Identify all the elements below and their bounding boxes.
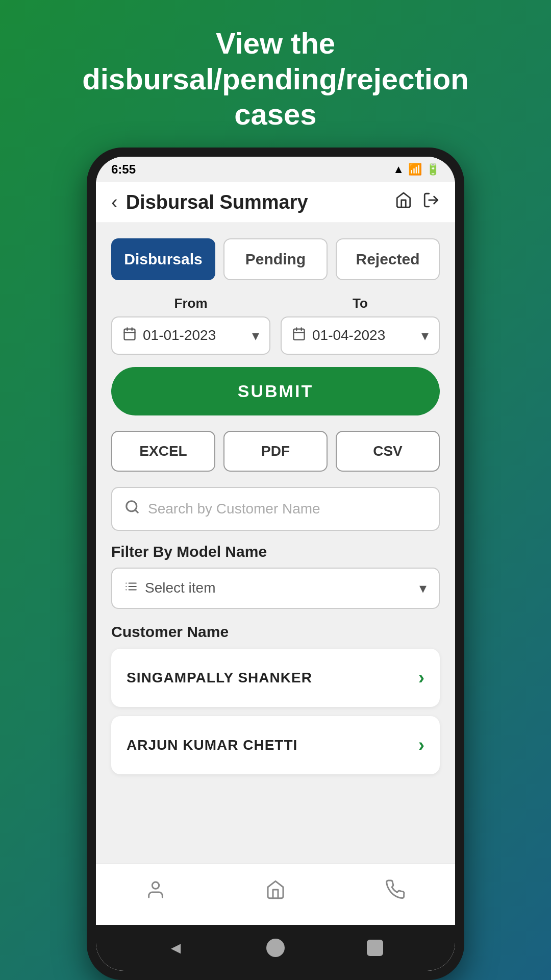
tab-pending[interactable]: Pending — [223, 238, 328, 280]
call-icon — [385, 879, 406, 904]
filter-label: Filter By Model Name — [111, 543, 440, 560]
top-bar: ‹ Disbursal Summary — [96, 182, 455, 223]
date-from-arrow-icon: ▾ — [252, 327, 259, 344]
home-nav-dot[interactable] — [266, 939, 285, 957]
date-from-value: 01-01-2023 — [143, 327, 246, 344]
customer-arrow-icon-0: › — [418, 667, 424, 689]
svg-point-17 — [153, 882, 159, 889]
calendar-to-icon — [292, 327, 306, 345]
tabs-container: Disbursals Pending Rejected — [111, 238, 440, 280]
search-bar[interactable]: Search by Customer Name — [111, 487, 440, 531]
export-row: EXCEL PDF CSV — [111, 431, 440, 472]
pdf-button[interactable]: PDF — [223, 431, 328, 472]
status-time: 6:55 — [111, 162, 136, 177]
status-bar: 6:55 ▲ 📶 🔋 — [96, 157, 455, 182]
date-row: From 01-01-2023 ▾ — [111, 296, 440, 355]
customer-arrow-icon-1: › — [418, 734, 424, 756]
phone-frame: 6:55 ▲ 📶 🔋 ‹ Disbursal Summary — [87, 148, 464, 980]
select-item-placeholder: Select item — [145, 580, 412, 596]
nav-home[interactable] — [250, 874, 301, 910]
list-icon — [124, 580, 138, 597]
customer-card-0[interactable]: SINGAMPALLY SHANKER › — [111, 649, 440, 707]
signal-icon: ▲ — [393, 163, 404, 176]
page-header-title: View the disbursal/pending/rejection cas… — [0, 0, 551, 148]
date-to-picker[interactable]: 01-04-2023 ▾ — [281, 316, 440, 355]
back-nav-icon[interactable]: ◄ — [168, 939, 184, 958]
date-from-picker[interactable]: 01-01-2023 ▾ — [111, 316, 270, 355]
date-to-group: To 01-04-2023 ▾ — [281, 296, 440, 355]
wifi-icon: 📶 — [408, 163, 422, 176]
excel-button[interactable]: EXCEL — [111, 431, 215, 472]
svg-rect-5 — [294, 329, 305, 339]
nav-call[interactable] — [370, 874, 421, 910]
customer-name-1: ARJUN KUMAR CHETTI — [127, 737, 297, 753]
tab-rejected[interactable]: Rejected — [336, 238, 440, 280]
customer-card-1[interactable]: ARJUN KUMAR CHETTI › — [111, 716, 440, 774]
recents-nav-icon[interactable] — [367, 940, 383, 956]
status-icons: ▲ 📶 🔋 — [393, 163, 440, 176]
csv-button[interactable]: CSV — [336, 431, 440, 472]
home-nav-icon — [265, 879, 286, 904]
date-to-value: 01-04-2023 — [312, 327, 415, 344]
date-to-label: To — [281, 296, 440, 311]
logout-icon[interactable] — [422, 191, 440, 213]
top-bar-right — [395, 191, 440, 213]
tab-disbursals[interactable]: Disbursals — [111, 238, 215, 280]
date-to-arrow-icon: ▾ — [421, 327, 429, 344]
home-icon[interactable] — [395, 191, 412, 213]
battery-icon: 🔋 — [426, 163, 440, 176]
section-label: Customer Name — [111, 623, 440, 641]
bottom-nav — [96, 864, 455, 925]
search-icon — [124, 499, 140, 519]
content-area: Disbursals Pending Rejected From — [96, 223, 455, 864]
date-from-label: From — [111, 296, 270, 311]
svg-line-10 — [135, 510, 138, 512]
profile-icon — [145, 879, 166, 904]
svg-rect-1 — [124, 329, 135, 339]
model-select-dropdown[interactable]: Select item ▾ — [111, 568, 440, 609]
back-button[interactable]: ‹ — [111, 191, 118, 213]
top-bar-left: ‹ Disbursal Summary — [111, 191, 308, 213]
calendar-from-icon — [122, 327, 137, 345]
select-arrow-icon: ▾ — [419, 580, 427, 597]
date-from-group: From 01-01-2023 ▾ — [111, 296, 270, 355]
android-nav-bar: ◄ — [96, 925, 455, 971]
search-placeholder: Search by Customer Name — [148, 501, 320, 517]
customer-name-0: SINGAMPALLY SHANKER — [127, 670, 312, 686]
phone-screen: 6:55 ▲ 📶 🔋 ‹ Disbursal Summary — [96, 157, 455, 971]
nav-profile[interactable] — [130, 874, 181, 910]
page-title: Disbursal Summary — [126, 191, 308, 213]
submit-button[interactable]: SUBMIT — [111, 367, 440, 415]
